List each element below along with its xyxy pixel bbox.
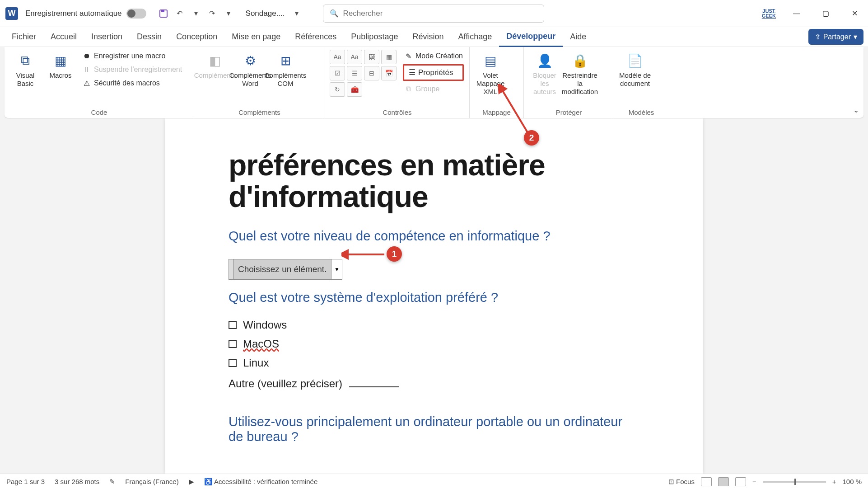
zoom-slider[interactable]	[763, 481, 826, 483]
minimize-button[interactable]: —	[789, 5, 805, 22]
design-mode-button[interactable]: ✎ Mode Création	[403, 50, 464, 62]
group-label-proteger: Protéger	[528, 107, 609, 116]
annotation-arrow-1	[341, 249, 387, 260]
ribbon-collapse-icon[interactable]: ⌄	[853, 106, 859, 114]
complements-word-button[interactable]: ⚙ Compléments Word	[234, 50, 266, 88]
tab-insertion[interactable]: Insertion	[84, 28, 130, 46]
qat-customize-icon[interactable]: ▾	[222, 7, 235, 20]
checkbox-option-macos[interactable]: MacOS	[229, 338, 639, 350]
tab-fichier[interactable]: Fichier	[5, 28, 43, 46]
document-area: Sondage . Habitudes et préférences en ma…	[0, 118, 868, 474]
word-app-icon: W	[5, 7, 18, 20]
read-mode-button[interactable]	[701, 477, 712, 486]
chevron-down-icon: ▾	[854, 33, 857, 41]
zoom-level[interactable]: 100 %	[842, 478, 862, 485]
addins-icon: ◧	[206, 52, 224, 70]
share-label: Partager	[823, 33, 851, 41]
title-bar: W Enregistrement automatique ↶ ▾ ↷ ▾ Son…	[0, 0, 868, 27]
share-icon: ⇪	[815, 33, 821, 41]
repeating-control-icon[interactable]: ↻	[330, 82, 345, 97]
xml-mapping-icon: ▤	[481, 52, 499, 70]
tab-dessin[interactable]: Dessin	[130, 28, 169, 46]
checkbox-control-icon[interactable]: ☑	[330, 66, 345, 80]
redo-button[interactable]: ↷	[206, 7, 219, 20]
search-icon: 🔍	[330, 9, 339, 18]
group-label-modeles: Modèles	[619, 107, 664, 116]
legacy-tools-icon[interactable]: 🧰	[347, 82, 362, 97]
dropdown-placeholder-text: Choisissez un élément.	[233, 259, 331, 279]
search-box[interactable]: 🔍	[323, 5, 544, 23]
brand-logo: JUST GEEK	[762, 9, 776, 19]
search-input[interactable]	[343, 9, 537, 18]
dropdown-content-control[interactable]: Choisissez un élément. ▼	[229, 259, 342, 280]
question-2: Quel est votre système d'exploitation pr…	[229, 290, 639, 305]
ribbon-tabs: Fichier Accueil Insertion Dessin Concept…	[0, 27, 868, 47]
record-macro-button[interactable]: ⏺ Enregistrer une macro	[81, 50, 183, 62]
pause-recording-button: ⏸ Suspendre l'enregistrement	[81, 63, 183, 76]
tab-references[interactable]: Références	[288, 28, 344, 46]
word-count[interactable]: 3 sur 268 mots	[55, 478, 99, 485]
document-template-button[interactable]: 📄 Modèle de document	[619, 50, 651, 88]
checkbox-option-linux[interactable]: Linux	[229, 357, 639, 369]
complements-button: ◧ Compléments	[199, 50, 231, 80]
plain-text-control-icon[interactable]: Aa	[347, 50, 362, 64]
block-authors-icon: 👤	[536, 52, 554, 70]
web-layout-button[interactable]	[735, 477, 746, 486]
svg-line-2	[501, 89, 528, 134]
spellcheck-icon[interactable]: ✎	[109, 478, 115, 486]
macros-button[interactable]: ▦ Macros	[44, 50, 77, 80]
tab-revision[interactable]: Révision	[405, 28, 451, 46]
language-status[interactable]: Français (France)	[125, 478, 178, 485]
focus-mode-button[interactable]: ⊡ Focus	[668, 478, 695, 486]
control-handle-icon[interactable]	[229, 259, 233, 279]
other-option-line[interactable]: Autre (veuillez préciser)	[229, 377, 639, 390]
checkbox-icon[interactable]	[229, 359, 237, 367]
zoom-in-button[interactable]: +	[832, 478, 836, 485]
group-label-controles: Contrôles	[330, 107, 465, 116]
undo-dropdown-icon[interactable]: ▾	[190, 7, 202, 20]
complements-com-button[interactable]: ⊞ Compléments COM	[269, 50, 302, 88]
date-control-icon[interactable]: 📅	[381, 66, 397, 80]
picture-control-icon[interactable]: 🖼	[364, 50, 379, 64]
tab-conception[interactable]: Conception	[169, 28, 224, 46]
macro-security-button[interactable]: ⚠ Sécurité des macros	[81, 77, 183, 89]
tab-developpeur[interactable]: Développeur	[499, 27, 563, 47]
close-button[interactable]: ✕	[846, 5, 863, 22]
tab-affichage[interactable]: Affichage	[451, 28, 499, 46]
properties-icon: ☰	[409, 68, 415, 77]
annotation-callout-2: 2	[524, 130, 539, 146]
group-controls-button: ⧉ Groupe	[403, 83, 464, 95]
maximize-button[interactable]: ▢	[817, 5, 834, 22]
checkbox-icon[interactable]	[229, 340, 237, 348]
properties-button[interactable]: ☰ Propriétés	[403, 64, 464, 81]
rich-text-control-icon[interactable]: Aa	[330, 50, 345, 64]
page-info[interactable]: Page 1 sur 3	[6, 478, 45, 485]
restrict-editing-button[interactable]: 🔒 Restreindre la modification	[564, 50, 596, 96]
combobox-control-icon[interactable]: ☰	[347, 66, 362, 80]
visual-basic-button[interactable]: ⧉ Visual Basic	[9, 50, 42, 88]
checkbox-option-windows[interactable]: Windows	[229, 319, 639, 331]
design-mode-icon: ✎	[404, 52, 413, 61]
doc-name-dropdown-icon[interactable]: ▾	[290, 7, 303, 20]
autosave-toggle[interactable]	[126, 9, 146, 19]
undo-button[interactable]: ↶	[173, 7, 186, 20]
share-button[interactable]: ⇪ Partager ▾	[808, 29, 863, 45]
tab-mise-en-page[interactable]: Mise en page	[224, 28, 288, 46]
tab-aide[interactable]: Aide	[563, 28, 593, 46]
other-blank-line[interactable]	[349, 386, 399, 387]
tab-accueil[interactable]: Accueil	[43, 28, 84, 46]
print-layout-button[interactable]	[718, 477, 729, 486]
document-page[interactable]: Sondage . Habitudes et préférences en ma…	[165, 118, 703, 474]
dropdown-arrow-icon[interactable]: ▼	[331, 259, 342, 279]
accessibility-status[interactable]: ♿ Accessibilité : vérification terminée	[204, 478, 318, 486]
dropdown-control-icon[interactable]: ⊟	[364, 66, 379, 80]
checkbox-icon[interactable]	[229, 321, 237, 329]
building-block-control-icon[interactable]: ▦	[381, 50, 397, 64]
tab-publipostage[interactable]: Publipostage	[344, 28, 405, 46]
save-button[interactable]	[157, 7, 170, 20]
svg-rect-1	[161, 10, 164, 12]
control-gallery[interactable]: Aa Aa 🖼 ▦ ☑ ☰ ⊟ 📅 ↻ 🧰	[330, 50, 397, 97]
document-name[interactable]: Sondage....	[246, 9, 285, 18]
zoom-out-button[interactable]: −	[752, 478, 756, 485]
macro-status-icon[interactable]: ▶	[189, 478, 194, 486]
